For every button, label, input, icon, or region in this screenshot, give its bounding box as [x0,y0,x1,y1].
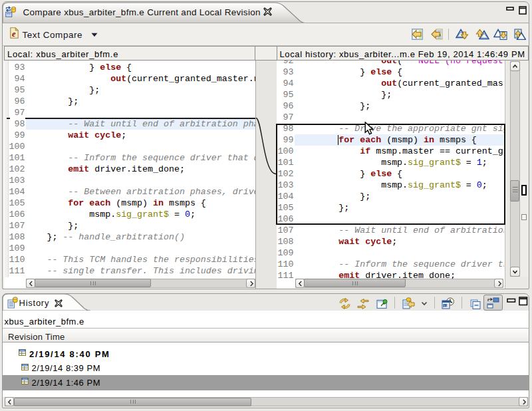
svg-text:e: e [12,29,16,39]
svg-text:12: 12 [444,304,448,308]
